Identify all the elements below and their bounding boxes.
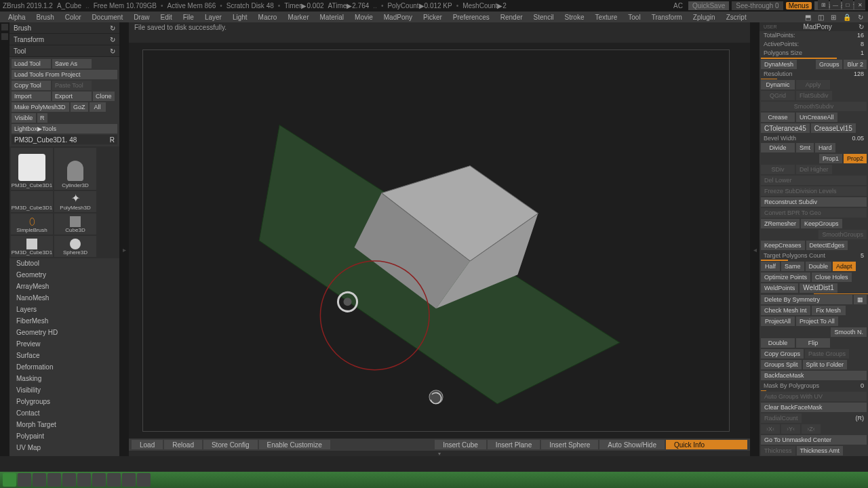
menu-item[interactable]: Color <box>60 14 87 21</box>
taskbar-icon[interactable] <box>18 473 31 487</box>
backfacemask-button[interactable]: BackfaceMask <box>761 371 867 380</box>
menu-item[interactable]: Alpha <box>3 14 31 21</box>
detectedges-button[interactable]: DetectEdges <box>806 241 848 250</box>
ui-icon[interactable]: ⊞ <box>829 14 838 21</box>
menu-item[interactable]: MadPony <box>378 14 418 21</box>
menu-item[interactable]: Material <box>315 14 350 21</box>
menu-item[interactable]: Texture <box>589 14 623 21</box>
category-item[interactable]: Surface <box>9 350 119 362</box>
autogroups-uv-button[interactable]: Auto Groups With UV <box>761 392 867 401</box>
same-button[interactable]: Same <box>781 262 804 271</box>
taskbar-icon[interactable] <box>92 473 106 487</box>
projectall-button[interactable]: ProjectAll <box>761 317 795 326</box>
window-pin-icon[interactable]: ⊞ <box>818 0 829 9</box>
category-item[interactable]: Contact <box>9 408 119 420</box>
menu-item[interactable]: Marker <box>282 14 314 21</box>
thickness-button[interactable]: Thickness <box>761 446 795 455</box>
sdiv-slider[interactable]: SDiv <box>761 165 795 174</box>
category-item[interactable]: Morph Target <box>9 420 119 431</box>
tool-thumb[interactable]: PM3D_Cube3D1 <box>11 236 53 257</box>
quick-info-button[interactable]: Quick Info <box>666 440 747 449</box>
refresh-icon[interactable]: ↻ <box>856 14 865 21</box>
load-tools-project-button[interactable]: Load Tools From Project <box>12 70 117 79</box>
reconstruct-button[interactable]: Reconstruct Subdiv <box>761 197 867 207</box>
menu-item[interactable]: Layer <box>199 14 227 21</box>
menu-item[interactable]: Stencil <box>528 14 559 21</box>
smoothgroups-button[interactable]: SmoothGroups <box>818 230 867 239</box>
adapt-button[interactable]: Adapt <box>833 262 856 271</box>
taskbar-icon[interactable] <box>33 473 46 487</box>
weldpoints-button[interactable]: WeldPoints <box>761 283 798 293</box>
category-item[interactable]: Deformation <box>9 362 119 373</box>
enable-customize-button[interactable]: Enable Customize <box>259 440 330 449</box>
groups-split-button[interactable]: Groups Split <box>761 360 802 369</box>
insert-cube-button[interactable]: Insert Cube <box>435 440 486 449</box>
taskbar-icon[interactable] <box>137 473 151 487</box>
tool-thumb[interactable]: ✦PolyMesh3D <box>54 191 96 212</box>
check-mesh-button[interactable]: Check Mesh Int <box>761 306 810 315</box>
clear-bfmask-button[interactable]: Clear BackFaceMask <box>761 403 867 412</box>
rail-icon[interactable] <box>1 33 8 40</box>
r-button[interactable]: R <box>37 113 47 123</box>
prop1-button[interactable]: Prop1 <box>819 154 842 163</box>
category-item[interactable]: Geometry HD <box>9 327 119 339</box>
split-folder-button[interactable]: Split to Folder <box>803 360 848 369</box>
category-item[interactable]: Preview <box>9 339 119 350</box>
copy-tool-button[interactable]: Copy Tool <box>12 81 51 90</box>
double2-button[interactable]: Double <box>761 338 795 348</box>
menu-item[interactable]: Stroke <box>559 14 590 21</box>
import-button[interactable]: Import <box>12 92 51 101</box>
all-button[interactable]: All <box>90 102 106 112</box>
menu-item[interactable]: Preferences <box>448 14 495 21</box>
convert-bpr-button[interactable]: Convert BPR To Geo <box>761 208 867 218</box>
paste-groups-button[interactable]: Paste Groups <box>805 349 849 359</box>
groups-button[interactable]: Groups <box>816 60 843 69</box>
menu-item[interactable]: Tool <box>623 14 646 21</box>
brush-section-head[interactable]: Brush↻ <box>9 22 119 34</box>
ctolerance-slider[interactable]: CTolerance 45 <box>761 123 810 133</box>
double-button[interactable]: Double <box>806 262 832 271</box>
insert-plane-button[interactable]: Insert Plane <box>488 440 540 449</box>
window-minimize-icon[interactable]: — <box>830 0 841 9</box>
insert-sphere-button[interactable]: Insert Sphere <box>541 440 598 449</box>
menu-item[interactable]: Brush <box>31 14 60 21</box>
reload-button[interactable]: Reload <box>164 440 202 449</box>
viewport-canvas[interactable] <box>142 49 730 432</box>
window-close-icon[interactable]: ✕ <box>854 0 865 9</box>
quicksave-button[interactable]: QuickSave <box>688 1 729 10</box>
radialcount-slider[interactable]: RadialCount <box>761 413 802 423</box>
del-lower-button[interactable]: Del Lower <box>761 176 867 185</box>
refresh-icon[interactable]: ↻ <box>110 24 115 32</box>
tool-thumb[interactable]: PM3D_Cube3D1 <box>11 148 53 190</box>
clone-button[interactable]: Clone <box>93 92 115 101</box>
menus-button[interactable]: Menus <box>786 2 812 9</box>
menu-item[interactable]: Render <box>495 14 528 21</box>
taskbar-icon[interactable] <box>62 473 76 487</box>
menu-item[interactable]: Document <box>87 14 129 21</box>
tool-thumb[interactable]: PM3D_Cube3D1 <box>11 191 53 212</box>
lock-icon[interactable]: 🔒 <box>841 14 853 21</box>
go-unmasked-button[interactable]: Go To Unmasked Center <box>761 435 867 445</box>
visible-button[interactable]: Visible <box>12 113 36 123</box>
right-divider[interactable]: ◂ <box>750 22 760 456</box>
smt-button[interactable]: Smt <box>796 143 814 152</box>
taskbar-icon[interactable] <box>107 473 121 487</box>
category-item[interactable]: Layers <box>9 304 119 316</box>
zremesher-button[interactable]: ZRemesher <box>761 219 800 228</box>
ui-icon[interactable]: ◫ <box>816 14 826 21</box>
uncrease-button[interactable]: UnCreaseAll <box>796 113 837 122</box>
creaselvl-slider[interactable]: CreaseLvl 15 <box>811 123 856 133</box>
goz-button[interactable]: GoZ <box>71 102 88 112</box>
keepcreases-button[interactable]: KeepCreases <box>761 241 805 250</box>
del-higher-button[interactable]: Del Higher <box>796 165 832 174</box>
hard-button[interactable]: Hard <box>815 143 835 152</box>
half-button[interactable]: Half <box>761 262 780 271</box>
load-button[interactable]: Load <box>132 440 163 449</box>
category-item[interactable]: Subtool <box>9 258 119 270</box>
menu-item[interactable]: Picker <box>418 14 448 21</box>
qgrid-button[interactable]: QGrid <box>761 91 795 100</box>
menu-item[interactable]: Zplugin <box>688 14 721 21</box>
category-item[interactable]: UV Map <box>9 443 119 454</box>
apply-button[interactable]: Apply <box>796 80 830 89</box>
taskbar-icon[interactable] <box>122 473 136 487</box>
